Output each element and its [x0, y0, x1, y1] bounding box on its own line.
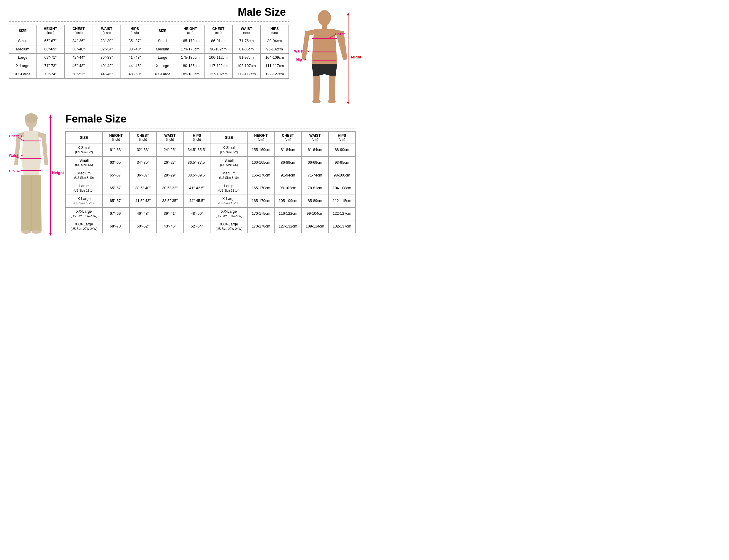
female-cell: 43''-45'': [156, 220, 183, 233]
female-table-row: XX-Large(US Size 18W-20W)67''-69''46''-4…: [66, 207, 355, 220]
male-content: Male Size SIZE HEIGHT(inch) CHEST(inch) …: [9, 6, 289, 79]
male-cell: 65''-67'': [36, 37, 65, 45]
female-cell: 41.5''-43'': [129, 195, 156, 207]
female-cell: 26''-27'': [156, 156, 183, 169]
female-cell: 41''-42.5'': [183, 182, 210, 195]
female-cell: X-Large(US Size 16-18): [210, 195, 247, 207]
female-cell: 61''-63'': [102, 144, 129, 156]
male-waist-arrow: ►: [307, 49, 310, 53]
female-cell: 81-84cm: [274, 144, 301, 156]
female-cell: 165-170cm: [247, 169, 274, 182]
male-cell: 102-107cm: [232, 62, 260, 70]
male-inch-chest-header: CHEST(inch): [64, 25, 93, 37]
male-table-row: XX-Large73''-74''50''-52''44''-46''48''-…: [9, 70, 289, 78]
svg-marker-9: [347, 102, 349, 104]
male-cell: 71-76cm: [232, 37, 260, 45]
male-cell: X-Large: [149, 62, 176, 70]
female-title: Female Size: [65, 113, 355, 125]
female-cm-size-header: SIZE: [210, 132, 247, 144]
female-table-row: X-Large(US Size 16-18)65''-67''41.5''-43…: [66, 195, 355, 207]
male-cell: Small: [9, 37, 36, 45]
male-cm-height-header: HEIGHT(cm): [176, 25, 204, 37]
female-chest-label: Chest: [9, 134, 19, 138]
male-cell: 96-102cm: [260, 45, 289, 53]
male-chest-arrow: ◄: [338, 32, 341, 36]
female-hip-arrow-icon: ►: [16, 169, 19, 173]
female-figure-container: Chest ► Waist ► Hip ► Height: [9, 113, 61, 237]
male-cell: 117-122cm: [204, 62, 232, 70]
female-cell: 99-104cm: [301, 207, 328, 220]
male-inch-height-header: HEIGHT(inch): [36, 25, 65, 37]
female-cell: 38.5''-40'': [129, 182, 156, 195]
male-cell: XX-Large: [9, 70, 36, 78]
female-cell: 33.5''-35'': [156, 195, 183, 207]
female-cell: 24''-25'': [156, 144, 183, 156]
female-cm-chest-header: CHEST(cm): [274, 132, 301, 144]
male-table-row: Large69''-71''42''-44''36''-38''41''-43'…: [9, 53, 289, 62]
female-inch-hips-header: HIPS(inch): [183, 132, 210, 144]
female-cell: X-Large(US Size 16-18): [66, 195, 103, 207]
female-waist-arrow-icon: ►: [20, 154, 23, 157]
male-cell: XX-Large: [149, 70, 176, 78]
female-cell: 50''-52'': [129, 220, 156, 233]
male-cell: 28''-30'': [93, 37, 121, 45]
male-section: Male Size SIZE HEIGHT(inch) CHEST(inch) …: [9, 6, 355, 104]
female-content: Female Size SIZE HEIGHT(inch) CHEST(inch…: [65, 113, 355, 233]
svg-marker-8: [347, 12, 349, 15]
female-chest-arrow-icon: ►: [20, 134, 23, 138]
male-cell: 96-102cm: [204, 45, 232, 53]
female-cell: 127-132cm: [274, 220, 301, 233]
svg-marker-22: [49, 233, 52, 236]
male-cell: 69''-71'': [36, 53, 65, 62]
male-cell: 71''-73'': [36, 62, 65, 70]
female-cell: 63''-65'': [102, 156, 129, 169]
male-cell: 165-170cm: [176, 37, 204, 45]
female-cell: 173-178cm: [247, 220, 274, 233]
female-table-row: Small(US Size 4-6)63''-65''34''-35''26''…: [66, 156, 355, 169]
male-cell: 50''-52'': [64, 70, 93, 78]
female-cell: 65''-67'': [102, 195, 129, 207]
male-hip-arrow: ►: [304, 58, 307, 61]
male-cell: 35''-37'': [121, 37, 149, 45]
male-cell: 68''-69'': [36, 45, 65, 53]
male-cell: 106-112cm: [204, 53, 232, 62]
female-cell: XXX-Large(US Size 22W-24W): [66, 220, 103, 233]
female-cell: XXX-Large(US Size 22W-24W): [210, 220, 247, 233]
female-inch-chest-header: CHEST(inch): [129, 132, 156, 144]
female-cell: 155-160cm: [247, 144, 274, 156]
female-cell: 65''-67'': [102, 169, 129, 182]
svg-point-3: [328, 100, 336, 103]
female-cell: 132-137cm: [328, 220, 355, 233]
female-cell: 36.5''-37.5'': [183, 156, 210, 169]
female-cell: Large(US Size 12-14): [210, 182, 247, 195]
male-cell: 44''-46'': [93, 70, 121, 78]
female-cell: 104-108cm: [328, 182, 355, 195]
svg-rect-1: [322, 24, 327, 29]
male-cell: 86-91cm: [204, 37, 232, 45]
female-cell: XX-Large(US Size 18W-20W): [66, 207, 103, 220]
male-cell: 48''-50'': [121, 70, 149, 78]
female-table-row: XXX-Large(US Size 22W-24W)68''-70''50''-…: [66, 220, 355, 233]
female-cell: 105-109cm: [274, 195, 301, 207]
male-cell: 127-132cm: [204, 70, 232, 78]
female-cell: 39''-41'': [156, 207, 183, 220]
male-cm-hips-header: HIPS(cm): [260, 25, 289, 37]
female-cell: 68''-70'': [102, 220, 129, 233]
male-cell: 36''-38'': [93, 53, 121, 62]
female-cell: 28''-29'': [156, 169, 183, 182]
male-inch-waist-header: WAIST(inch): [93, 25, 121, 37]
female-cm-waist-header: WAIST(cm): [301, 132, 328, 144]
female-table: SIZE HEIGHT(inch) CHEST(inch) WAIST(inch…: [65, 131, 355, 233]
male-table-row: Small65''-67''34''-36''28''-30''35''-37'…: [9, 37, 289, 45]
female-cell: 78-81cm: [301, 182, 328, 195]
male-figure: Chest ◄ Waist ► Hip ► Height: [293, 9, 355, 104]
female-cell: 46''-48'': [129, 207, 156, 220]
female-inch-height-header: HEIGHT(inch): [102, 132, 129, 144]
female-cell: 36''-37'': [129, 169, 156, 182]
female-cell: 98-102cm: [274, 182, 301, 195]
male-cell: 44''-46'': [121, 62, 149, 70]
male-cell: Small: [149, 37, 176, 45]
svg-point-2: [312, 100, 320, 103]
female-table-row: Medium(US Size 8-10)65''-67''36''-37''28…: [66, 169, 355, 182]
male-cell: 38''-40'': [121, 45, 149, 53]
